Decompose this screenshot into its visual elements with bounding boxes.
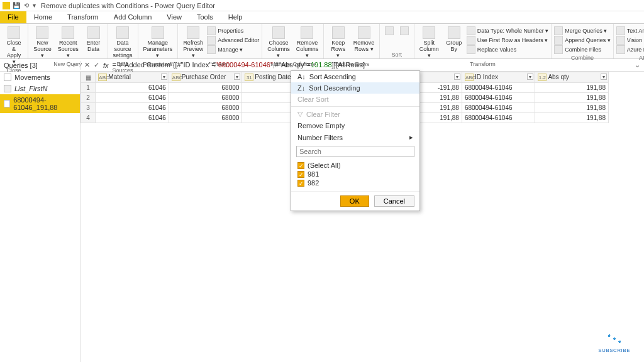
dna-icon (606, 331, 623, 346)
combine-files-button[interactable]: Combine Files (554, 45, 611, 54)
clear-sort-item: Clear Sort (291, 94, 419, 105)
undo-icon[interactable]: ⟲ (24, 2, 29, 9)
text-analytics-button[interactable]: Text Analytics (616, 26, 644, 35)
sort-asc-button[interactable] (382, 25, 396, 51)
subscribe-label: SUBSCRIBE (598, 348, 630, 353)
accept-formula-icon[interactable]: ✓ (94, 61, 99, 69)
queries-sidebar: Movements List_FirstN 68000494-61046_191… (0, 72, 80, 362)
quick-access-toolbar: 💾 ⟲ ▾ (13, 2, 36, 9)
sort-desc-icon: Z↓ (297, 84, 305, 92)
collapse-icon[interactable]: ＜ (70, 61, 76, 70)
column-header[interactable]: ABCID Index▾ (462, 72, 535, 83)
tab-add-column[interactable]: Add Column (106, 11, 160, 23)
submenu-arrow-icon: ▸ (409, 133, 413, 141)
menu-tabs: File Home Transform Add Column View Tool… (0, 11, 644, 24)
column-header[interactable]: ABCMaterial▾ (96, 72, 169, 83)
remove-columns-button[interactable]: Remove Columns ▾ (294, 25, 321, 60)
expand-formula-icon[interactable]: ⌄ (635, 61, 640, 69)
manage-parameters-button[interactable]: Manage Parameters ▾ (141, 25, 175, 60)
column-header[interactable]: 1.2Abs qty▾ (535, 72, 609, 83)
queries-pane-header[interactable]: Queries [3] ＜ (0, 61, 80, 70)
title-bar: 💾 ⟲ ▾ Remove duplicates with Conditions … (0, 0, 644, 11)
choose-columns-button[interactable]: Choose Columns ▾ (265, 25, 292, 60)
number-filters-item[interactable]: Number Filters▸ (291, 131, 419, 143)
query-label: List_FirstN (14, 85, 48, 92)
vision-button[interactable]: Vision (616, 36, 644, 45)
enter-data-button[interactable]: Enter Data (82, 25, 105, 60)
group-label-sort: Sort (382, 51, 411, 58)
column-dropdown-icon[interactable]: ▾ (234, 74, 240, 80)
replace-values-button[interactable]: Replace Values (467, 45, 548, 54)
column-dropdown-icon[interactable]: ▾ (601, 74, 607, 80)
filter-check-select-all[interactable]: ✓(Select All) (297, 161, 413, 170)
query-label: Movements (14, 74, 50, 81)
refresh-preview-button[interactable]: Refresh Preview ▾ (180, 25, 206, 60)
dropdown-icon[interactable]: ▾ (33, 2, 36, 9)
remove-rows-button[interactable]: Remove Rows ▾ (351, 25, 376, 60)
recent-sources-button[interactable]: Recent Sources ▾ (55, 25, 81, 60)
sort-desc-button[interactable] (397, 25, 411, 51)
data-grid: ▦ ABCMaterial▾ABCPurchase Order▾31Postin… (80, 72, 644, 362)
query-item-list-firstn[interactable]: List_FirstN (0, 83, 80, 94)
remove-empty-item[interactable]: Remove Empty (291, 120, 419, 131)
table-corner[interactable]: ▦ (81, 72, 96, 83)
query-label: 68000494-61046_191,88 (13, 96, 76, 111)
save-icon[interactable]: 💾 (13, 2, 20, 9)
clear-filter-item: ▽Clear Filter (291, 108, 419, 120)
column-dropdown-icon[interactable]: ▾ (527, 74, 533, 80)
tab-transform[interactable]: Transform (60, 11, 106, 23)
column-header[interactable]: ABCPurchase Order▾ (169, 72, 242, 83)
main-area: Movements List_FirstN 68000494-61046_191… (0, 72, 644, 362)
properties-button[interactable]: Properties (207, 26, 259, 35)
sort-asc-icon: A↓ (297, 73, 306, 80)
tab-home[interactable]: Home (26, 11, 60, 23)
manage-query-button[interactable]: Manage ▾ (207, 45, 259, 54)
column-dropdown-icon[interactable]: ▾ (161, 74, 167, 80)
filter-search-input[interactable] (296, 146, 414, 157)
filter-ok-button[interactable]: OK (340, 195, 369, 207)
fx-icon[interactable]: fx (103, 62, 109, 69)
filter-value-list: ✓(Select All) ✓981 ✓982 (291, 160, 419, 191)
azure-ml-button[interactable]: Azure Machine Learning (616, 45, 644, 54)
column-dropdown-icon[interactable]: ▾ (454, 74, 460, 80)
filter-check-value[interactable]: ✓981 (297, 170, 413, 178)
queries-pane-title: Queries [3] (4, 62, 38, 69)
formula-bar[interactable]: ✕ ✓ fx = #"Added Custom"{[#"ID Index"="6… (80, 61, 644, 69)
data-source-settings-button[interactable]: Data source settings (111, 25, 135, 60)
tab-file[interactable]: File (0, 11, 26, 23)
app-icon (3, 2, 10, 9)
filter-icon: ▽ (297, 110, 303, 118)
first-row-headers-button[interactable]: Use First Row as Headers ▾ (467, 36, 548, 45)
formula-text: = #"Added Custom"{[#"ID Index"="68000494… (113, 61, 365, 69)
tab-help[interactable]: Help (221, 11, 250, 23)
tab-view[interactable]: View (159, 11, 189, 23)
merge-queries-button[interactable]: Merge Queries ▾ (554, 26, 611, 35)
filter-cancel-button[interactable]: Cancel (374, 195, 414, 207)
data-type-button[interactable]: Data Type: Whole Number ▾ (467, 26, 548, 35)
tab-tools[interactable]: Tools (189, 11, 221, 23)
subscribe-watermark: SUBSCRIBE (598, 331, 630, 353)
window-title: Remove duplicates with Conditions - Powe… (41, 2, 215, 9)
sort-ascending-item[interactable]: A↓Sort Ascending (291, 71, 419, 82)
keep-rows-button[interactable]: Keep Rows ▾ (326, 25, 350, 60)
query-item-movements[interactable]: Movements (0, 72, 80, 83)
cancel-formula-icon[interactable]: ✕ (84, 61, 90, 69)
ribbon: Close & Apply ▾ Close New Source ▾ Recen… (0, 24, 644, 59)
queries-formula-row: Queries [3] ＜ ✕ ✓ fx = #"Added Custom"{[… (0, 59, 644, 72)
group-by-button[interactable]: Group By (443, 25, 465, 60)
advanced-editor-button[interactable]: Advanced Editor (207, 36, 259, 45)
filter-check-value[interactable]: ✓982 (297, 178, 413, 187)
query-item-selected[interactable]: 68000494-61046_191,88 (0, 94, 80, 113)
split-column-button[interactable]: Split Column ▾ (417, 25, 441, 60)
sort-descending-item[interactable]: Z↓Sort Descending (291, 82, 419, 94)
new-source-button[interactable]: New Source ▾ (31, 25, 54, 60)
column-filter-popup: A↓Sort Ascending Z↓Sort Descending Clear… (291, 70, 420, 211)
append-queries-button[interactable]: Append Queries ▾ (554, 36, 611, 45)
